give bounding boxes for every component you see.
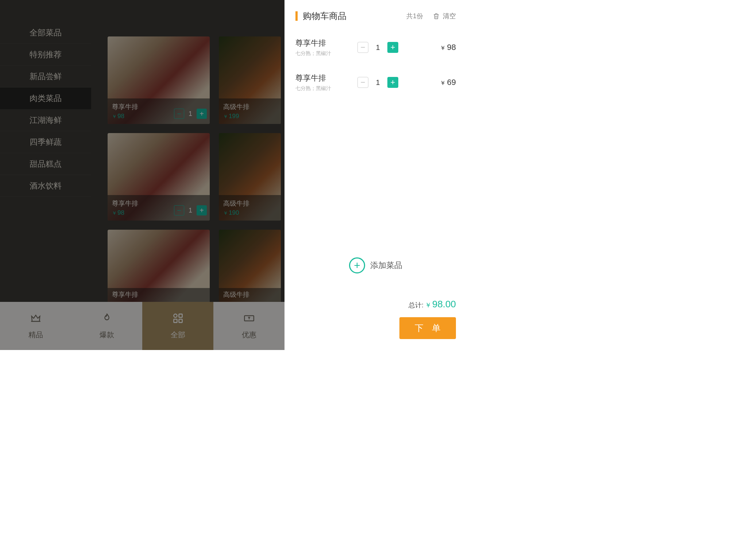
tab-label: 全部 [171, 330, 185, 340]
ticket-icon [243, 312, 255, 326]
sidebar-item[interactable]: 甜品糕点 [0, 153, 91, 175]
dish-grid: 尊享牛排 ￥98 − 1 + 高级牛排 ￥199 [108, 36, 326, 303]
minus-button[interactable]: − [357, 77, 368, 88]
clear-label: 清空 [443, 12, 456, 20]
total-line: 总计: ￥98.00 [409, 299, 456, 310]
dish-name: 高级牛排 [223, 290, 276, 299]
svg-rect-1 [179, 314, 182, 317]
dish-card[interactable]: 尊享牛排 ￥98 − 1 + [108, 36, 210, 124]
category-sidebar: 全部菜品 特别推荐 新品尝鲜 肉类菜品 江湖海鲜 四季鲜蔬 甜品糕点 酒水饮料 [0, 22, 91, 197]
tab-all[interactable]: 全部 [142, 302, 213, 350]
dish-info: 高级牛排 ￥190 [219, 195, 281, 221]
accent-bar [295, 11, 298, 21]
dish-info: 尊享牛排 [108, 288, 210, 303]
dish-price: ￥190 [223, 209, 276, 217]
svg-rect-2 [174, 319, 177, 323]
minus-button[interactable]: − [174, 205, 184, 215]
cart-header: 购物车商品 共1份 清空 [285, 0, 467, 30]
dish-name: 高级牛排 [223, 199, 276, 208]
svg-rect-3 [179, 319, 182, 323]
sidebar-item[interactable]: 新品尝鲜 [0, 66, 91, 88]
place-order-button[interactable]: 下 单 [399, 317, 456, 339]
plus-button[interactable]: + [197, 205, 207, 215]
cart-title: 购物车商品 [303, 10, 406, 22]
plus-button[interactable]: + [197, 109, 207, 119]
add-dish-label: 添加菜品 [370, 260, 402, 271]
dish-card[interactable]: 尊享牛排 [108, 230, 210, 303]
sidebar-item[interactable]: 酒水饮料 [0, 175, 91, 197]
cart-footer: 总计: ￥98.00 下 单 [399, 299, 456, 339]
qty-value: 1 [374, 78, 382, 87]
sidebar-item[interactable]: 特别推荐 [0, 44, 91, 66]
qty-value: 1 [189, 110, 192, 118]
cart-item-price: ￥98 [440, 43, 456, 52]
tab-label: 优惠 [242, 330, 256, 340]
dish-info: 尊享牛排 ￥98 − 1 + [108, 98, 210, 124]
qty-value: 1 [374, 43, 382, 52]
dish-card[interactable]: 尊享牛排 ￥98 − 1 + [108, 133, 210, 221]
dish-info: 高级牛排 ￥199 [219, 98, 281, 124]
dish-price: ￥199 [223, 113, 276, 120]
plus-button[interactable]: + [387, 77, 398, 88]
fire-icon [101, 312, 113, 326]
cart-qty-control: − 1 + [357, 42, 398, 53]
sidebar-item[interactable]: 全部菜品 [0, 22, 91, 44]
clear-cart-button[interactable]: 清空 [433, 12, 456, 20]
bottom-tabs: 精品 爆款 全部 优惠 [0, 302, 285, 350]
qty-control: − 1 + [174, 109, 207, 119]
tab-premium[interactable]: 精品 [0, 302, 71, 350]
dish-name: 高级牛排 [223, 102, 276, 111]
dish-card[interactable]: 高级牛排 [219, 230, 281, 303]
tab-label: 精品 [28, 330, 43, 340]
total-label: 总计: [409, 301, 423, 310]
cart-count: 共1份 [406, 12, 423, 20]
minus-button[interactable]: − [357, 42, 368, 53]
minus-button[interactable]: − [174, 109, 184, 119]
sidebar-item-active[interactable]: 肉类菜品 [0, 88, 91, 109]
trash-icon [433, 12, 440, 20]
plus-circle-icon: + [349, 257, 365, 273]
dish-info: 高级牛排 [219, 288, 281, 303]
svg-point-0 [174, 314, 177, 317]
crown-icon [30, 312, 42, 326]
dish-info: 尊享牛排 ￥98 − 1 + [108, 195, 210, 221]
sidebar-item[interactable]: 四季鲜蔬 [0, 131, 91, 153]
qty-control: − 1 + [174, 205, 207, 215]
sidebar-item[interactable]: 江湖海鲜 [0, 109, 91, 131]
cart-qty-control: − 1 + [357, 77, 398, 88]
tab-hot[interactable]: 爆款 [71, 302, 142, 350]
cart-item-price: ￥69 [440, 78, 456, 87]
plus-button[interactable]: + [387, 42, 398, 53]
total-value: ￥98.00 [425, 299, 456, 310]
dish-card[interactable]: 高级牛排 ￥199 [219, 36, 281, 124]
dish-name: 尊享牛排 [112, 290, 205, 299]
grid-icon [172, 312, 184, 326]
menu-area: 全部菜品 特别推荐 新品尝鲜 肉类菜品 江湖海鲜 四季鲜蔬 甜品糕点 酒水饮料 … [0, 0, 285, 350]
app-root: 全部菜品 特别推荐 新品尝鲜 肉类菜品 江湖海鲜 四季鲜蔬 甜品糕点 酒水饮料 … [0, 0, 467, 350]
qty-value: 1 [189, 207, 192, 214]
dish-card[interactable]: 高级牛排 ￥190 [219, 133, 281, 221]
tab-label: 爆款 [100, 330, 114, 340]
tab-discount[interactable]: 优惠 [213, 302, 285, 350]
